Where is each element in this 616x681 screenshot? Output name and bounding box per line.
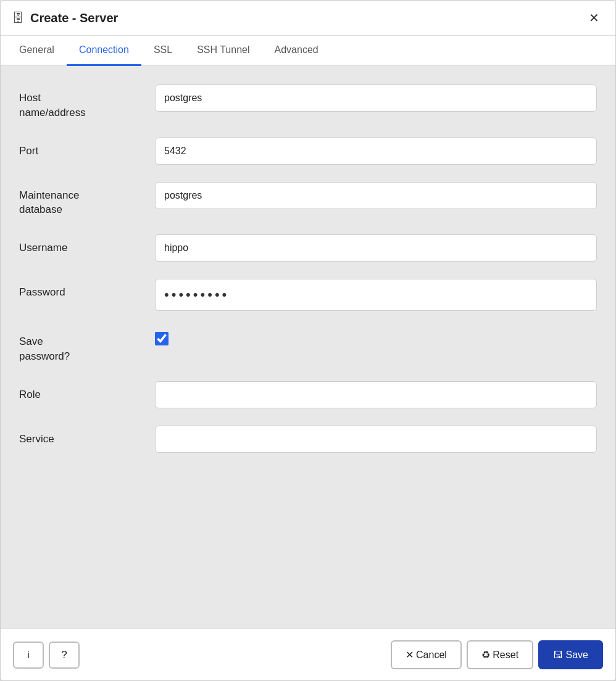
host-label: Hostname/address [19, 85, 155, 120]
close-button[interactable]: ✕ [584, 9, 604, 27]
password-input[interactable] [155, 279, 597, 311]
maintenance-db-input-wrap [155, 182, 597, 209]
username-row: Username [19, 234, 597, 262]
info-button[interactable]: i [13, 642, 44, 669]
service-row: Service [19, 426, 597, 453]
role-label: Role [19, 381, 155, 402]
username-label: Username [19, 234, 155, 255]
tab-general[interactable]: General [7, 36, 67, 66]
save-button[interactable]: 🖫 Save [538, 640, 603, 669]
port-input[interactable] [155, 138, 597, 165]
save-password-checkbox[interactable] [155, 332, 169, 345]
maintenance-db-label: Maintenancedatabase [19, 182, 155, 218]
password-row: Password [19, 279, 597, 311]
reset-button[interactable]: ♻ Reset [467, 640, 533, 669]
info-icon: i [27, 649, 30, 661]
help-icon: ? [61, 649, 67, 661]
username-input[interactable] [155, 234, 597, 262]
title-bar-left: 🗄 Create - Server [12, 11, 118, 25]
password-input-wrap [155, 279, 597, 311]
cancel-button[interactable]: ✕ Cancel [391, 640, 462, 669]
maintenance-db-row: Maintenancedatabase [19, 182, 597, 218]
footer-left: i ? [13, 642, 80, 669]
role-input[interactable] [155, 381, 597, 408]
host-row: Hostname/address [19, 85, 597, 120]
save-password-checkbox-wrap [155, 328, 169, 345]
port-row: Port [19, 138, 597, 165]
dialog-title: Create - Server [30, 11, 118, 25]
tab-advanced[interactable]: Advanced [262, 36, 331, 66]
service-input-wrap [155, 426, 597, 453]
tab-connection[interactable]: Connection [67, 36, 141, 66]
role-row: Role [19, 381, 597, 408]
port-input-wrap [155, 138, 597, 165]
help-button[interactable]: ? [49, 642, 80, 669]
maintenance-db-input[interactable] [155, 182, 597, 209]
tab-bar: General Connection SSL SSH Tunnel Advanc… [1, 36, 615, 66]
port-label: Port [19, 138, 155, 159]
save-password-label: Savepassword? [19, 328, 155, 364]
host-input[interactable] [155, 85, 597, 112]
title-bar: 🗄 Create - Server ✕ [1, 1, 615, 36]
username-input-wrap [155, 234, 597, 262]
server-icon: 🗄 [12, 11, 24, 25]
role-input-wrap [155, 381, 597, 408]
footer-right: ✕ Cancel ♻ Reset 🖫 Save [391, 640, 603, 669]
create-server-dialog: 🗄 Create - Server ✕ General Connection S… [0, 0, 616, 681]
service-label: Service [19, 426, 155, 447]
tab-ssh-tunnel[interactable]: SSH Tunnel [185, 36, 262, 66]
host-input-wrap [155, 85, 597, 112]
form-area: Hostname/address Port Maintenancedatabas… [1, 66, 615, 629]
service-input[interactable] [155, 426, 597, 453]
password-label: Password [19, 279, 155, 300]
footer: i ? ✕ Cancel ♻ Reset 🖫 Save [1, 629, 615, 680]
tab-ssl[interactable]: SSL [141, 36, 185, 66]
save-password-row: Savepassword? [19, 328, 597, 364]
